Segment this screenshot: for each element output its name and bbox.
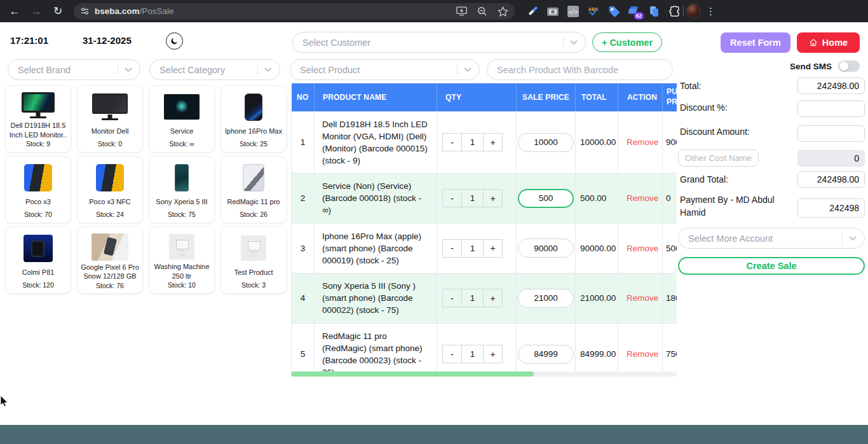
profile-avatar[interactable] xyxy=(686,4,701,18)
qty-stepper: - 1 + xyxy=(442,133,503,151)
discount-amount-label: Discount Amount: xyxy=(680,127,750,137)
column-header: TOTAL xyxy=(576,83,618,111)
sale-price-input[interactable] xyxy=(518,345,574,364)
qty-minus-button[interactable]: - xyxy=(443,289,461,307)
column-header: SALE PRICE xyxy=(517,83,576,111)
product-card-stock: Stock: 76 xyxy=(96,282,124,289)
remove-button[interactable]: Remove xyxy=(627,293,658,303)
chevron-down-icon xyxy=(264,67,272,73)
qty-value[interactable]: 1 xyxy=(461,190,484,207)
remove-button[interactable]: Remove xyxy=(627,137,658,147)
scrollbar-thumb[interactable] xyxy=(291,371,534,377)
qty-minus-button[interactable]: - xyxy=(443,134,461,151)
forward-icon[interactable]: → xyxy=(25,5,47,18)
qty-plus-button[interactable]: + xyxy=(484,190,502,207)
home-button[interactable]: Home xyxy=(797,32,860,53)
product-select[interactable]: Select Product xyxy=(290,59,480,80)
category-select[interactable]: Select Category xyxy=(149,59,280,80)
save-screen-icon[interactable] xyxy=(456,6,467,16)
brand-select[interactable]: Select Brand xyxy=(8,59,140,80)
zoom-out-icon[interactable] xyxy=(477,6,487,17)
stack-extension-icon[interactable]: 62 xyxy=(628,5,640,17)
qty-value[interactable]: 1 xyxy=(461,134,484,151)
product-card[interactable]: Service Stock: ∞ xyxy=(149,85,215,153)
other-cost-value-input[interactable] xyxy=(797,150,865,167)
qty-minus-button[interactable]: - xyxy=(443,240,461,257)
row-purchase-price: 180 xyxy=(663,274,677,323)
site-info-icon[interactable] xyxy=(80,6,90,16)
qty-value[interactable]: 1 xyxy=(461,289,484,307)
remove-button[interactable]: Remove xyxy=(627,193,658,203)
product-card[interactable]: Google Pixel 6 Pro Snow 12/128 GB Stock:… xyxy=(77,226,143,294)
product-image xyxy=(92,233,128,261)
payment-by-label: Payment By - MD Abdul Hamid xyxy=(680,194,794,219)
customer-select[interactable]: Select Customer xyxy=(292,32,586,53)
product-card[interactable]: Poco x3 Stock: 70 xyxy=(5,156,71,223)
qty-plus-button[interactable]: + xyxy=(484,240,502,257)
sale-price-input[interactable] xyxy=(518,239,574,258)
product-image xyxy=(96,164,124,191)
product-card-name: Poco x3 NFC xyxy=(89,194,130,210)
qty-stepper: - 1 + xyxy=(442,189,503,207)
total-input[interactable] xyxy=(797,78,865,94)
qty-minus-button[interactable]: - xyxy=(443,345,461,363)
product-card[interactable]: Dell D1918H 18.5 Inch LED Monitor.. Stoc… xyxy=(5,85,71,153)
back-icon[interactable]: ← xyxy=(4,5,25,18)
product-image xyxy=(92,94,128,114)
dark-mode-toggle[interactable] xyxy=(166,32,183,50)
chevron-down-icon xyxy=(570,40,578,45)
address-bar[interactable]: bseba.com/PosSale xyxy=(74,3,515,20)
product-card[interactable]: Poco x3 NFC Stock: 24 xyxy=(77,156,143,223)
qty-plus-button[interactable]: + xyxy=(484,134,502,151)
sale-price-input[interactable] xyxy=(518,189,574,208)
create-sale-button[interactable]: Create Sale xyxy=(678,257,865,275)
product-card[interactable]: Washing Machine 250 ltr Stock: 10 xyxy=(149,226,215,294)
qty-plus-button[interactable]: + xyxy=(484,345,502,363)
more-account-select[interactable]: Select More Account xyxy=(678,228,865,249)
product-card-name: Google Pixel 6 Pro Snow 12/128 GB xyxy=(79,263,140,281)
product-card-stock: Stock: 25 xyxy=(240,140,268,148)
send-sms-toggle[interactable] xyxy=(838,60,860,72)
add-customer-button[interactable]: + Customer xyxy=(592,32,662,52)
discount-percent-input[interactable] xyxy=(797,101,865,117)
column-header: PRODUCT NAME xyxy=(315,83,437,111)
customer-select-value: Select Customer xyxy=(293,38,370,48)
grand-total-input[interactable] xyxy=(797,171,865,188)
product-card-name: Service xyxy=(170,123,194,139)
product-image xyxy=(241,235,266,261)
spellcheck-extension-icon[interactable]: ABC xyxy=(587,5,599,17)
other-cost-name-input[interactable] xyxy=(678,149,759,167)
product-card[interactable]: Monitor Dell Stock: 0 xyxy=(77,85,143,153)
product-card[interactable]: Iphone 16Pro Max Stock: 25 xyxy=(220,85,287,153)
tag-extension-icon[interactable] xyxy=(607,5,620,17)
bookmark-star-icon[interactable] xyxy=(498,6,508,17)
clipboard-extension-icon[interactable] xyxy=(648,5,660,17)
code-extension-icon[interactable]: </> xyxy=(567,5,579,17)
payment-amount-input[interactable] xyxy=(797,198,865,218)
remove-button[interactable]: Remove xyxy=(627,244,658,253)
product-card[interactable]: RedMagic 11 pro Stock: 26 xyxy=(220,156,287,223)
product-image xyxy=(169,234,194,260)
qty-value[interactable]: 1 xyxy=(461,345,484,363)
eyedropper-extension-icon[interactable] xyxy=(526,5,538,17)
qty-minus-button[interactable]: - xyxy=(443,190,461,207)
sale-price-input[interactable] xyxy=(518,289,574,308)
reset-form-button[interactable]: Reset Form xyxy=(721,32,790,53)
qty-value[interactable]: 1 xyxy=(461,240,484,257)
product-card[interactable]: Sony Xperia 5 III Stock: 75 xyxy=(149,156,215,223)
qty-plus-button[interactable]: + xyxy=(484,289,502,307)
total-label: Total: xyxy=(680,81,701,91)
column-header: QTY xyxy=(437,83,517,111)
sale-price-input[interactable] xyxy=(518,133,574,152)
pos-sale-page: 17:21:01 31-12-2025 Select Customer + Cu… xyxy=(0,22,868,425)
browser-menu-icon[interactable]: ⋮ xyxy=(706,6,715,17)
discount-amount-input[interactable] xyxy=(797,125,865,142)
extensions-puzzle-icon[interactable] xyxy=(668,5,681,17)
reload-icon[interactable]: ↻ xyxy=(47,4,69,18)
barcode-search-input[interactable] xyxy=(487,59,673,80)
remove-button[interactable]: Remove xyxy=(627,349,658,359)
product-card[interactable]: Test Product Stock: 3 xyxy=(220,226,287,294)
camera-extension-icon[interactable] xyxy=(546,5,559,17)
bottom-bar xyxy=(0,425,868,444)
product-card[interactable]: Colmi P81 Stock: 120 xyxy=(5,226,71,294)
